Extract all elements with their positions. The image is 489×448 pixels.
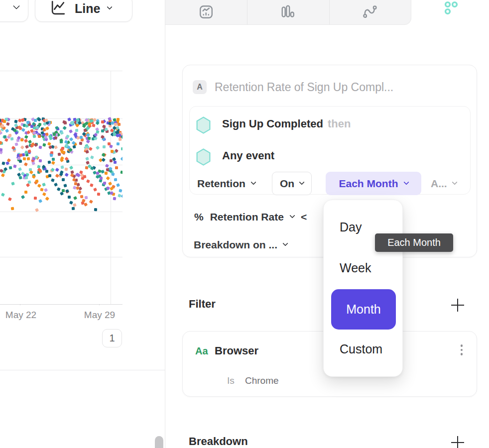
- insights-chart-icon: [199, 4, 214, 19]
- filter-property-name: Browser: [215, 344, 258, 357]
- event-step-2[interactable]: Any event: [222, 149, 279, 162]
- flow-chart-icon: [363, 4, 377, 19]
- retention-dropdown[interactable]: Retention: [197, 172, 255, 195]
- percent-icon: %: [194, 211, 204, 223]
- on-label: On: [280, 178, 294, 190]
- event-connector: then: [328, 117, 351, 130]
- period-label: Each Month: [339, 178, 398, 190]
- filter-operator[interactable]: Is: [227, 375, 235, 386]
- breakdown-section-heading: Breakdown: [189, 435, 248, 448]
- tab-scatter-chart-active[interactable]: [443, 1, 460, 18]
- menu-item-week[interactable]: Week: [340, 261, 371, 275]
- add-filter-button[interactable]: [451, 299, 464, 312]
- chevron-down-icon: [452, 179, 457, 185]
- chevron-down-icon: [282, 240, 288, 246]
- breakdown-on-label: Breakdown on ...: [194, 239, 277, 251]
- add-breakdown-button[interactable]: [451, 436, 464, 448]
- x-axis-label: May 29: [84, 310, 115, 321]
- truncated-dropdown[interactable]: A...: [431, 172, 457, 195]
- retention-scatter-chart: [0, 0, 122, 305]
- chart-panel: Line May 22 May 29 1: [0, 0, 165, 448]
- measure-dropdown[interactable]: % Retention Rate <: [194, 209, 307, 225]
- event-steps-card: Sign Up Completedthen Any event Retentio…: [189, 106, 471, 195]
- filter-section-heading: Filter: [189, 298, 216, 311]
- analytics-app-window: Line May 22 May 29 1: [0, 0, 489, 448]
- chevron-down-icon: [250, 179, 256, 185]
- query-builder-panel: A Retention Rate of Sign Up Compl... Sig…: [165, 0, 489, 448]
- text-property-icon: Aa: [195, 345, 208, 357]
- retention-label: Retention: [197, 178, 245, 190]
- bar-chart-icon: [280, 4, 295, 19]
- filter-menu-button[interactable]: [459, 344, 465, 355]
- menu-item-custom[interactable]: Custom: [340, 342, 382, 356]
- tab-insights-chart[interactable]: [199, 4, 214, 19]
- tab-divider: [247, 0, 247, 24]
- x-axis-label: May 22: [5, 310, 36, 321]
- period-dropdown-button[interactable]: Each Month: [326, 172, 421, 195]
- query-title[interactable]: Retention Rate of Sign Up Compl...: [215, 81, 393, 94]
- menu-item-day[interactable]: Day: [340, 220, 362, 234]
- panel-divider: [0, 370, 165, 370]
- event-name: Sign Up Completed: [222, 117, 323, 130]
- breakdown-on-dropdown[interactable]: Breakdown on ...: [194, 236, 287, 253]
- on-dropdown[interactable]: On: [272, 172, 312, 195]
- menu-item-month-selected[interactable]: Month: [331, 289, 396, 330]
- truncated-label: A...: [431, 178, 447, 190]
- chevron-down-icon: [299, 179, 304, 185]
- measure-label: Retention Rate: [210, 211, 284, 223]
- hexagon-event-icon: [196, 148, 211, 166]
- tab-flow-chart[interactable]: [363, 4, 377, 19]
- tab-bar-chart[interactable]: [280, 4, 295, 19]
- scatter-chart-icon: [443, 1, 460, 18]
- scrollbar-thumb[interactable]: [155, 436, 163, 448]
- measure-trailing-text: <: [301, 211, 307, 223]
- series-badge: A: [193, 80, 207, 94]
- chevron-down-icon: [289, 213, 295, 218]
- view-tab-bar: [165, 0, 411, 25]
- event-step-1[interactable]: Sign Up Completedthen: [222, 117, 351, 130]
- event-name: Any event: [222, 149, 274, 162]
- tab-divider: [329, 0, 330, 24]
- hexagon-event-icon: [196, 116, 211, 134]
- period-dropdown-menu: Day Week Month Custom: [323, 200, 403, 377]
- chevron-down-icon: [403, 179, 409, 185]
- period-tooltip: Each Month: [375, 233, 453, 252]
- pagination-badge[interactable]: 1: [102, 329, 122, 347]
- filter-value[interactable]: Chrome: [245, 375, 279, 386]
